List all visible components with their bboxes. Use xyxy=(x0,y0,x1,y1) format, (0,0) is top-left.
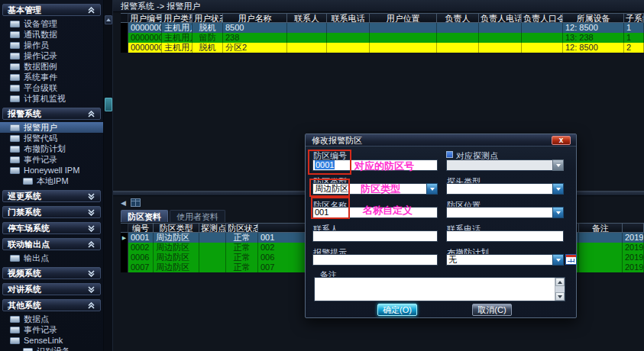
sidebar-item-label: 本地IPM xyxy=(37,176,69,187)
table-header-row: 用户编号用户类型用户状态用户名称联系人联系电话用户位置负责人负责人电话负责人口令… xyxy=(121,13,644,23)
tab-使用者资料[interactable]: 使用者资料 xyxy=(170,210,225,222)
dropdown-button[interactable] xyxy=(552,254,564,266)
sidebar-item-本地IPM[interactable]: 本地IPM xyxy=(0,176,103,186)
table-cell xyxy=(479,33,522,43)
dropdown-button[interactable] xyxy=(552,183,564,195)
table-cell: 2019 xyxy=(623,233,644,243)
detect-point-dropdown[interactable] xyxy=(446,159,564,171)
sidebar-section-header[interactable]: 报警系统 xyxy=(2,108,101,120)
dropdown-button[interactable] xyxy=(552,207,564,218)
sidebar-item-label: 报警代码 xyxy=(24,133,57,144)
scrollbar-thumb[interactable] xyxy=(105,98,112,111)
tab-防区资料[interactable]: 防区资料 xyxy=(121,210,168,222)
cancel-button[interactable]: 取消(C) xyxy=(472,304,512,316)
sidebar-item-识别设备[interactable]: 识别设备 xyxy=(0,346,103,351)
grid-view-icon[interactable] xyxy=(131,198,141,208)
calendar-icon[interactable] xyxy=(565,254,577,265)
chevron-double-up-icon xyxy=(87,241,95,248)
scroll-up-button[interactable] xyxy=(105,15,112,24)
column-header: 备注 xyxy=(579,223,623,233)
sidebar-item-Honeywell IPM[interactable]: Honeywell IPM xyxy=(0,165,103,176)
table-cell xyxy=(121,262,128,272)
table-cell xyxy=(121,253,128,262)
folder-icon xyxy=(10,85,20,92)
scroll-down-button[interactable] xyxy=(555,292,565,301)
table-cell: 12: 8500 xyxy=(563,43,624,53)
sidebar-section-header[interactable]: 停车场系统 xyxy=(2,222,101,234)
sidebar-item-设备管理[interactable]: 设备管理 xyxy=(0,18,103,29)
sidebar-section-label: 视频系统 xyxy=(8,268,41,279)
sidebar-item-计算机监视[interactable]: 计算机监视 xyxy=(0,93,103,104)
table-row[interactable]: 00000006主机用户脱机分区212: 85002 xyxy=(121,43,644,53)
sidebar-item-报警用户[interactable]: 报警用户 xyxy=(0,122,103,133)
detect-point-checkbox[interactable] xyxy=(446,151,453,158)
chevron-double-down-icon xyxy=(87,193,95,200)
sidebar-section-label: 门禁系统 xyxy=(8,207,41,218)
sidebar-item-事件记录[interactable]: 事件记录 xyxy=(0,154,103,165)
scroll-up-button[interactable] xyxy=(555,278,565,286)
textarea-scrollbar[interactable] xyxy=(555,278,565,301)
contact-input[interactable] xyxy=(312,230,438,242)
zone-pos-dropdown[interactable] xyxy=(446,207,564,218)
sidebar-item-label: 事件记录 xyxy=(24,324,57,336)
arrow-up-icon xyxy=(558,281,562,284)
sidebar-item-平台级联[interactable]: 平台级联 xyxy=(0,82,103,93)
annotation-zone-name: 名称自定义 xyxy=(363,204,413,217)
sidebar-item-系统事件[interactable]: 系统事件 xyxy=(0,72,103,82)
table-cell: 主机用户 xyxy=(162,33,193,43)
chevron-down-icon xyxy=(430,188,435,191)
probe-type-dropdown[interactable] xyxy=(446,183,564,195)
sidebar-item-通讯数据[interactable]: 通讯数据 xyxy=(0,29,103,40)
detect-point-value xyxy=(446,159,552,171)
folder-icon xyxy=(23,178,33,185)
sidebar-section-label: 其他系统 xyxy=(8,300,41,311)
table-row[interactable]: 00000005主机用户留防23813: 2381 xyxy=(121,33,644,43)
chevron-down-icon xyxy=(556,211,561,214)
sidebar-item-label: Honeywell IPM xyxy=(24,166,79,175)
ok-button[interactable]: 确定(O) xyxy=(377,304,417,316)
sidebar-scrollbar[interactable] xyxy=(104,0,113,351)
alarm-hint-input[interactable] xyxy=(312,254,438,266)
table-cell xyxy=(327,33,370,43)
dialog-titlebar[interactable]: 修改报警防区 xyxy=(306,134,576,147)
sidebar-section-header[interactable]: 门禁系统 xyxy=(2,206,101,218)
close-button[interactable]: x xyxy=(552,136,571,145)
sidebar-item-操作员[interactable]: 操作员 xyxy=(0,40,103,50)
sidebar-section-header[interactable]: 联动输出点 xyxy=(2,238,101,250)
sidebar-section-header[interactable]: 对讲系统 xyxy=(2,283,101,295)
table-cell: 0006 xyxy=(128,253,154,262)
sidebar-item-数据图例[interactable]: 数据图例 xyxy=(0,61,103,72)
sidebar-item-label: 操作员 xyxy=(24,40,49,51)
sidebar-section-label: 巡更系统 xyxy=(8,191,41,202)
sidebar-section-header[interactable]: 视频系统 xyxy=(2,267,101,279)
table-cell xyxy=(437,23,479,33)
sidebar-section-header[interactable]: 巡更系统 xyxy=(2,190,101,202)
remark-textarea[interactable] xyxy=(314,277,565,301)
sidebar-item-布撤防计划[interactable]: 布撤防计划 xyxy=(0,143,103,154)
sidebar-item-报警代码[interactable]: 报警代码 xyxy=(0,133,103,143)
sidebar-item-事件记录[interactable]: 事件记录 xyxy=(0,324,103,335)
sidebar-section-header[interactable]: 基本管理 xyxy=(2,4,101,16)
table-cell xyxy=(121,43,128,53)
chevron-down-icon xyxy=(556,259,561,262)
bottom-toolbar: ◀ xyxy=(121,197,141,209)
plan-dropdown[interactable]: 无 xyxy=(446,254,564,266)
dropdown-button[interactable] xyxy=(552,159,564,171)
red-highlight-box-zone-name xyxy=(311,197,350,219)
dialog-title: 修改报警防区 xyxy=(312,136,362,145)
table-cell xyxy=(287,33,327,43)
folder-icon xyxy=(10,31,20,38)
sidebar-item-label: 识别设备 xyxy=(37,346,70,351)
table-cell: 正常 xyxy=(226,262,258,272)
sidebar-item-输出点[interactable]: 输出点 xyxy=(0,253,103,263)
sidebar-item-操作记录[interactable]: 操作记录 xyxy=(0,50,103,61)
phone-input[interactable] xyxy=(446,230,564,242)
sidebar-section-header[interactable]: 其他系统 xyxy=(2,299,101,311)
sidebar-item-SenseLink[interactable]: SenseLink xyxy=(0,335,103,346)
table-row[interactable]: 00000004主机用户脱机850012: 85001 xyxy=(121,23,644,33)
table-cell xyxy=(199,243,226,253)
back-icon[interactable]: ◀ xyxy=(121,198,126,208)
sidebar-item-数据点[interactable]: 数据点 xyxy=(0,314,103,324)
table-cell xyxy=(287,43,327,53)
dropdown-button[interactable] xyxy=(426,183,438,195)
